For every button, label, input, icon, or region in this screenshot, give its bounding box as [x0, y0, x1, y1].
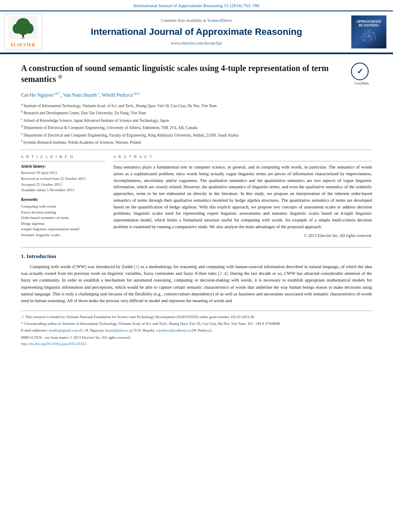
affiliation-d: d Department of Electrical & Computer En… — [21, 124, 372, 131]
email2-link[interactable]: huynh@jaist.ac.jp — [105, 328, 132, 332]
svg-point-15 — [364, 33, 365, 34]
ref-1[interactable]: [1] — [134, 264, 139, 269]
elsevier-logo-area: ELSEVIER — [4, 14, 42, 50]
abstract-label: A B S T R A C T — [113, 154, 372, 161]
svg-point-18 — [363, 40, 364, 41]
asterisk-symbol: * — [21, 321, 24, 326]
article-body: A construction of sound semantic linguis… — [0, 54, 393, 353]
article-title-section: A construction of sound semantic linguis… — [21, 63, 372, 87]
abstract-column: A B S T R A C T Data semantics plays a f… — [113, 154, 372, 242]
article-title-area: A construction of sound semantic linguis… — [21, 63, 347, 87]
email-footnote: E-mail addresses: ncatho@gmail.com (C.-H… — [21, 328, 372, 333]
elsevier-label: ELSEVIER — [6, 42, 40, 48]
revised-date: Received in revised form 22 October 2013 — [21, 176, 105, 182]
article-history-group: Article history: Received 19 April 2012 … — [21, 164, 105, 193]
approx-cover-image: APPROXIMATEREASONING — [351, 15, 387, 49]
keyword-5: 4-tuple linguistic representation model — [21, 226, 105, 232]
citation-text: International Journal of Approximate Rea… — [134, 3, 260, 8]
issn-line: 0888-613X/$ – see front matter © 2013 El… — [21, 335, 372, 340]
journal-title: International Journal of Approximate Rea… — [46, 26, 347, 39]
contents-line: Contents lists available at ScienceDirec… — [46, 18, 347, 24]
keyword-6: Semantic linguistic scales — [21, 232, 105, 238]
abstract-text: Data semantics plays a fundamental role … — [113, 164, 372, 230]
author1-sup: a,b,* — [53, 92, 61, 95]
article-title: A construction of sound semantic linguis… — [21, 63, 347, 84]
svg-point-16 — [372, 32, 374, 33]
article-title-text: A construction of sound semantic linguis… — [21, 63, 329, 84]
corresponding-footnote: * Corresponding author at: Institute of … — [21, 321, 372, 327]
contents-text: Contents lists available at — [161, 18, 206, 23]
section-divider — [21, 247, 372, 248]
affiliation-e: e Department of Electrical and Computer … — [21, 132, 372, 138]
issn-text: 0888-613X/$ – see front matter © 2013 El… — [21, 335, 131, 340]
affiliations-list: a Institute of Information Technology, V… — [21, 102, 372, 145]
keyword-4: Hedge algebras — [21, 221, 105, 226]
affiliation-b: b Research and Development Center, Duy T… — [21, 109, 372, 116]
affiliation-c: c School of Knowledge Science, Japan Adv… — [21, 117, 372, 124]
journal-citation: International Journal of Approximate Rea… — [0, 0, 393, 11]
email2-name: (V.N. Huynh), — [134, 328, 155, 332]
sciencedirect-link[interactable]: ScienceDirect — [207, 18, 232, 23]
introduction-section: 1. Introduction Computing with words (CW… — [21, 253, 372, 305]
journal-cover-right: APPROXIMATEREASONING — [351, 15, 389, 49]
svg-point-19 — [375, 38, 376, 39]
intro-heading: 1. Introduction — [21, 253, 372, 260]
email-label: E-mail addresses: — [21, 328, 48, 332]
keywords-title: Keywords: — [21, 197, 105, 203]
keywords-group: Keywords: Computing with words Fuzzy dec… — [21, 197, 105, 238]
affiliation-f: f Systems Research Institute, Polish Aca… — [21, 139, 372, 145]
article-history-title: Article history: — [21, 164, 105, 169]
email1-link[interactable]: ncatho@gmail.com — [49, 328, 79, 332]
author3-name: Witold Pedrycz — [102, 92, 133, 98]
svg-point-17 — [370, 39, 372, 40]
svg-point-3 — [13, 24, 21, 34]
email3-link[interactable]: wpedrycz@ualberta.ca — [156, 328, 191, 332]
author1-name: Cat-Ho Nguyen — [21, 92, 53, 98]
intro-text: Computing with words (CWW) was introduce… — [21, 263, 372, 305]
star-footnote-icon: ☆ — [56, 74, 62, 80]
article-info-label: A R T I C L E I N F O — [21, 154, 105, 161]
accepted-date: Accepted 25 October 2013 — [21, 182, 105, 187]
keyword-3: Order-based semantics of terms — [21, 215, 105, 221]
corresponding-footnote-text: Corresponding author at: Institute of In… — [24, 321, 281, 326]
ref-2-4[interactable]: [2–4] — [218, 271, 228, 276]
journal-header: ELSEVIER Contents lists available at Sci… — [0, 11, 393, 53]
authors-line: Cat-Ho Nguyen a,b,*, Van Nam Huynh c, Wi… — [21, 91, 372, 99]
crossmark-area: ✓ CrossMark — [351, 63, 372, 86]
author3-sup: d,e,f — [133, 92, 140, 95]
footnotes-area: ☆ This research is funded by Vietnam Nat… — [21, 311, 372, 346]
svg-point-5 — [22, 34, 24, 36]
article-info-column: A R T I C L E I N F O Article history: R… — [21, 154, 105, 242]
elsevier-box: ELSEVIER — [4, 14, 42, 50]
author2-name: Van Nam Huynh — [63, 92, 97, 98]
received-date: Received 19 April 2012 — [21, 170, 105, 176]
affiliation-a: a Institute of Information Technology, V… — [21, 102, 372, 109]
journal-url[interactable]: www.elsevier.com/locate/ijar — [46, 40, 347, 47]
svg-point-21 — [369, 31, 369, 32]
svg-point-4 — [25, 24, 34, 34]
star-footnote: ☆ This research is funded by Vietnam Nat… — [21, 314, 372, 320]
divider-after-affiliations — [21, 150, 372, 150]
svg-point-20 — [361, 37, 362, 37]
intro-paragraph-1: Computing with words (CWW) was introduce… — [21, 263, 372, 305]
email3-name: (W. Pedrycz). — [192, 328, 212, 332]
abstract-paragraph: Data semantics plays a fundamental role … — [113, 164, 372, 230]
crossmark-logo: ✓ — [351, 63, 369, 80]
star-footnote-text: This research is funded by Vietnam Natio… — [25, 315, 254, 319]
doi-line[interactable]: http://dx.doi.org/10.1016/j.ijar.2013.10… — [21, 341, 372, 347]
cover-art — [356, 28, 382, 45]
email1-name: (C.-H. Nguyen), — [79, 328, 104, 332]
journal-center: Contents lists available at ScienceDirec… — [46, 18, 347, 46]
doi-text: http://dx.doi.org/10.1016/j.ijar.2013.10… — [21, 342, 87, 346]
approx-cover-title: APPROXIMATEREASONING — [356, 20, 382, 28]
star-symbol: ☆ — [21, 315, 25, 319]
available-date: Available online 5 November 2013 — [21, 187, 105, 193]
copyright-line: © 2013 Elsevier Inc. All rights reserved… — [113, 233, 372, 239]
keyword-1: Computing with words — [21, 204, 105, 209]
keyword-2: Fuzzy decision making — [21, 210, 105, 215]
crossmark-text: CrossMark — [351, 81, 372, 86]
article-info-abstract-section: A R T I C L E I N F O Article history: R… — [21, 154, 372, 242]
author2-sup: c — [97, 92, 99, 95]
elsevier-tree-icon — [8, 16, 38, 39]
